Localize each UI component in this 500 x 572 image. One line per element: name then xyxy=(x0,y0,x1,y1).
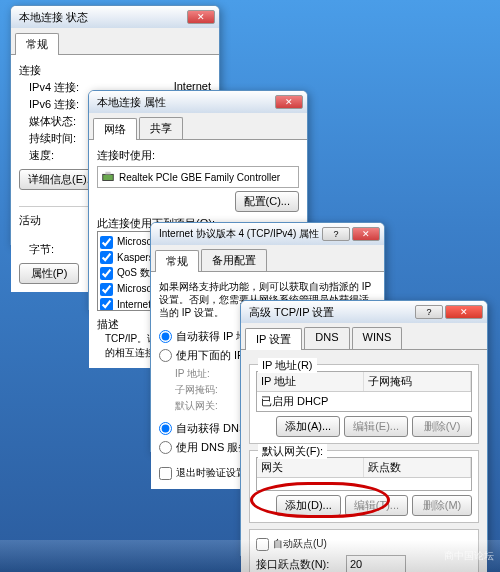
connect-using-label: 连接时使用: xyxy=(97,148,299,163)
ip-group-title: IP 地址(R) xyxy=(258,358,317,373)
tab-general[interactable]: 常规 xyxy=(15,33,59,55)
tab-ip-settings[interactable]: IP 设置 xyxy=(245,328,302,350)
add-ip-button[interactable]: 添加(A)... xyxy=(276,416,340,437)
properties-button[interactable]: 属性(P) xyxy=(19,263,79,284)
tab-dns[interactable]: DNS xyxy=(304,327,349,349)
item-checkbox[interactable] xyxy=(100,251,113,264)
conn-section-label: 连接 xyxy=(19,63,211,78)
tab-alternate[interactable]: 备用配置 xyxy=(201,249,267,271)
radio-use-ip[interactable] xyxy=(159,349,172,362)
gw-table: 网关 跃点数 xyxy=(256,457,472,491)
validate-label: 退出时验证设置 xyxy=(176,466,246,480)
dhcp-row: 已启用 DHCP xyxy=(257,392,471,411)
validate-checkbox[interactable] xyxy=(159,467,172,480)
radio-auto-dns[interactable] xyxy=(159,422,172,435)
watermark: 商中国论坛 xyxy=(444,549,494,563)
list-item: Internet xyxy=(117,299,151,310)
win2-title: 本地连接 属性 xyxy=(97,95,273,110)
edit-gw-button[interactable]: 编辑(T)... xyxy=(345,495,408,516)
item-checkbox[interactable] xyxy=(100,267,113,280)
help-icon[interactable]: ? xyxy=(322,227,350,241)
del-gw-button[interactable]: 删除(M) xyxy=(412,495,472,516)
item-checkbox[interactable] xyxy=(100,236,113,249)
svg-rect-1 xyxy=(105,172,110,175)
col-mask: 子网掩码 xyxy=(364,372,471,391)
tab-network[interactable]: 网络 xyxy=(93,118,137,140)
win1-title: 本地连接 状态 xyxy=(19,10,185,25)
gw-label: 默认网关: xyxy=(175,399,218,413)
help-icon[interactable]: ? xyxy=(415,305,443,319)
col-ip: IP 地址 xyxy=(257,372,364,391)
gw-group-title: 默认网关(F): xyxy=(258,444,327,459)
svg-rect-0 xyxy=(103,174,114,180)
edit-ip-button[interactable]: 编辑(E)... xyxy=(344,416,408,437)
col-metric: 跃点数 xyxy=(364,458,471,477)
item-checkbox[interactable] xyxy=(100,283,113,296)
win3-title: Internet 协议版本 4 (TCP/IPv4) 属性 xyxy=(159,227,320,241)
ip-label: IP 地址: xyxy=(175,367,210,381)
mask-label: 子网掩码: xyxy=(175,383,218,397)
tab-general[interactable]: 常规 xyxy=(155,250,199,272)
del-ip-button[interactable]: 删除(V) xyxy=(412,416,472,437)
close-icon[interactable]: ✕ xyxy=(187,10,215,24)
close-icon[interactable]: ✕ xyxy=(352,227,380,241)
item-checkbox[interactable] xyxy=(100,298,113,311)
col-gw: 网关 xyxy=(257,458,364,477)
close-icon[interactable]: ✕ xyxy=(445,305,483,319)
tab-wins[interactable]: WINS xyxy=(352,327,403,349)
win4-title: 高级 TCP/IP 设置 xyxy=(249,305,413,320)
ip-table: IP 地址 子网掩码 已启用 DHCP xyxy=(256,371,472,412)
radio-auto-ip[interactable] xyxy=(159,330,172,343)
adapter-name: Realtek PCIe GBE Family Controller xyxy=(119,172,280,183)
close-icon[interactable]: ✕ xyxy=(275,95,303,109)
config-button[interactable]: 配置(C)... xyxy=(235,191,299,212)
tab-sharing[interactable]: 共享 xyxy=(139,117,183,139)
radio-use-dns[interactable] xyxy=(159,441,172,454)
add-gw-button[interactable]: 添加(D)... xyxy=(276,495,340,516)
taskbar[interactable]: 商中国论坛 xyxy=(0,540,500,572)
adapter-icon xyxy=(101,170,115,184)
